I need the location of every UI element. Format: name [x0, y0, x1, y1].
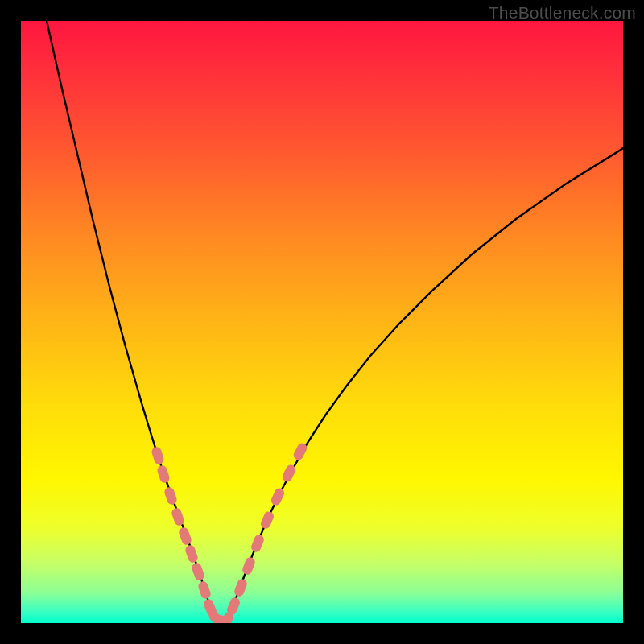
dot-marker — [250, 534, 265, 554]
dot-marker — [171, 507, 186, 527]
dot-marker — [270, 486, 286, 506]
dot-marker — [241, 556, 256, 576]
dot-marker — [191, 562, 206, 582]
curve-layer — [21, 21, 623, 623]
dot-marker — [259, 510, 275, 530]
dot-marker — [151, 446, 165, 466]
dot-marker — [184, 544, 200, 564]
dotted-overlay-right — [219, 441, 308, 623]
dot-marker — [233, 578, 248, 598]
curve-left-branch — [47, 21, 214, 620]
dotted-overlay-left — [151, 446, 232, 623]
dot-marker — [156, 464, 171, 485]
curve-right-branch — [229, 148, 623, 620]
dot-marker — [178, 526, 193, 547]
dot-marker — [163, 486, 178, 506]
plot-area — [21, 21, 623, 623]
dot-marker — [197, 580, 212, 601]
outer-frame: TheBottleneck.com — [0, 0, 644, 644]
watermark-text: TheBottleneck.com — [489, 3, 636, 23]
